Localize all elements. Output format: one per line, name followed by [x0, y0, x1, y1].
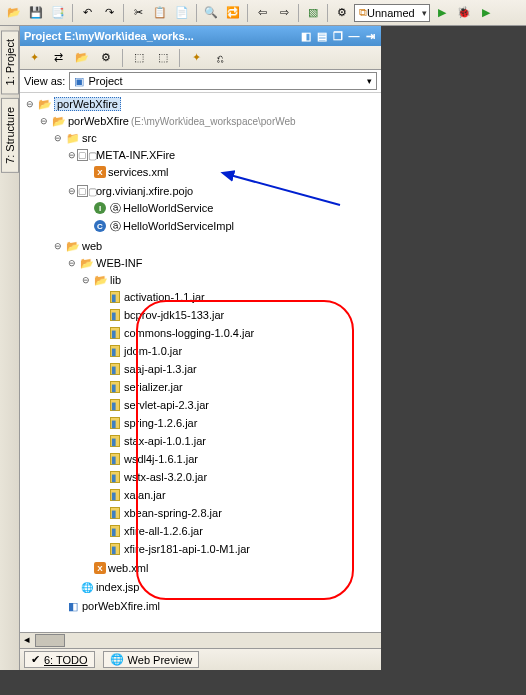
back-icon[interactable]: ⇦: [252, 3, 272, 23]
iml-file-icon: [66, 599, 80, 613]
pt-icon-7[interactable]: ✦: [186, 48, 206, 68]
tree-jar[interactable]: spring-1.2.6.jar: [124, 417, 197, 429]
jar-file-icon: [108, 524, 122, 538]
tree-root[interactable]: porWebXfire: [54, 97, 121, 111]
twisty-icon[interactable]: ⊖: [66, 257, 78, 269]
forward-icon[interactable]: ⇨: [274, 3, 294, 23]
build-icon[interactable]: ▧: [303, 3, 323, 23]
sidebar-tab-project[interactable]: 1: Project: [1, 30, 19, 94]
tree-hint: (E:\myWork\idea_workspace\porWeb: [131, 116, 296, 127]
twisty-icon[interactable]: ⊖: [24, 98, 36, 110]
tree-lib[interactable]: lib: [110, 274, 121, 286]
tree-iface[interactable]: HelloWorldService: [123, 202, 213, 214]
xml-file-icon: [94, 562, 106, 574]
horizontal-scrollbar[interactable]: ◂: [20, 632, 381, 648]
pt-icon-2[interactable]: ⇄: [48, 48, 68, 68]
pt-icon-1[interactable]: ✦: [24, 48, 44, 68]
tree-pkg[interactable]: org.vivianj.xfire.pojo: [96, 185, 193, 197]
tree-jar[interactable]: stax-api-1.0.1.jar: [124, 435, 206, 447]
twisty-icon[interactable]: ⊖: [38, 115, 50, 127]
tree-jar[interactable]: xfire-all-1.2.6.jar: [124, 525, 203, 537]
run-config-label: Unnamed: [367, 7, 415, 19]
jar-file-icon: [108, 488, 122, 502]
twisty-icon[interactable]: ⊖: [52, 240, 64, 252]
tree-webxml[interactable]: web.xml: [108, 562, 148, 574]
jar-file-icon: [108, 398, 122, 412]
interface-icon: [94, 202, 106, 214]
tree-jar[interactable]: jdom-1.0.jar: [124, 345, 182, 357]
tree-iml[interactable]: porWebXfire.iml: [82, 600, 160, 612]
main-toolbar: 📂 💾 📑 ↶ ↷ ✂ 📋 📄 🔍 🔁 ⇦ ⇨ ▧ ⚙ ⧉ Unnamed ▶ …: [0, 0, 526, 26]
tree-metainf[interactable]: META-INF.XFire: [96, 149, 175, 161]
open-icon[interactable]: 📂: [4, 3, 24, 23]
jar-file-icon: [108, 542, 122, 556]
package-icon: ▢: [80, 148, 94, 162]
run2-icon[interactable]: ▶: [476, 3, 496, 23]
twisty-icon[interactable]: ⊖: [52, 132, 64, 144]
module-icon: [38, 97, 52, 111]
tree-jar[interactable]: commons-logging-1.0.4.jar: [124, 327, 254, 339]
debug-icon[interactable]: 🐞: [454, 3, 474, 23]
tree-jar[interactable]: activation-1.1.jar: [124, 291, 205, 303]
tree-jar[interactable]: bcprov-jdk15-133.jar: [124, 309, 224, 321]
header-left-icon[interactable]: ◧: [299, 29, 313, 43]
jar-file-icon: [108, 290, 122, 304]
jar-file-icon: [108, 344, 122, 358]
sidebar-tab-structure[interactable]: 7: Structure: [1, 98, 19, 173]
folder-icon: [52, 114, 66, 128]
tree-jar[interactable]: xalan.jar: [124, 489, 166, 501]
header-dock-icon[interactable]: ⇥: [363, 29, 377, 43]
tree-module[interactable]: porWebXfire: [68, 115, 129, 127]
folder-icon: [80, 256, 94, 270]
jar-file-icon: [108, 326, 122, 340]
pt-icon-6[interactable]: ⬚: [153, 48, 173, 68]
run-icon[interactable]: ▶: [432, 3, 452, 23]
paste-icon[interactable]: 📄: [172, 3, 192, 23]
pt-icon-8[interactable]: ⎌: [210, 48, 230, 68]
tree-jar[interactable]: serializer.jar: [124, 381, 183, 393]
pt-icon-3[interactable]: 📂: [72, 48, 92, 68]
tree-web[interactable]: web: [82, 240, 102, 252]
pt-icon-4[interactable]: ⚙: [96, 48, 116, 68]
tab-web-preview[interactable]: 🌐Web Preview: [103, 651, 200, 668]
jar-file-icon: [108, 452, 122, 466]
header-min-icon[interactable]: —: [347, 29, 361, 43]
header-mid-icon[interactable]: ▤: [315, 29, 329, 43]
project-tree[interactable]: ⊖porWebXfire ⊖porWebXfire (E:\myWork\ide…: [20, 93, 381, 632]
tree-jar[interactable]: wstx-asl-3.2.0.jar: [124, 471, 207, 483]
tree-services-xml[interactable]: services.xml: [108, 166, 169, 178]
tree-jar[interactable]: xbean-spring-2.8.jar: [124, 507, 222, 519]
cut-icon[interactable]: ✂: [128, 3, 148, 23]
find-icon[interactable]: 🔍: [201, 3, 221, 23]
tree-webinf[interactable]: WEB-INF: [96, 257, 142, 269]
jar-file-icon: [108, 416, 122, 430]
src-folder-icon: [66, 131, 80, 145]
jar-file-icon: [108, 434, 122, 448]
tree-jar[interactable]: saaj-api-1.3.jar: [124, 363, 197, 375]
redo-icon[interactable]: ↷: [99, 3, 119, 23]
run-config-dropdown[interactable]: ⧉ Unnamed: [354, 4, 430, 22]
tree-jar[interactable]: wsdl4j-1.6.1.jar: [124, 453, 198, 465]
tree-src[interactable]: src: [82, 132, 97, 144]
pt-icon-5[interactable]: ⬚: [129, 48, 149, 68]
tree-impl[interactable]: HelloWorldServiceImpl: [123, 220, 234, 232]
undo-icon[interactable]: ↶: [77, 3, 97, 23]
saveall-icon[interactable]: 📑: [48, 3, 68, 23]
settings-icon[interactable]: ⚙: [332, 3, 352, 23]
project-toolbar: ✦ ⇄ 📂 ⚙ ⬚ ⬚ ✦ ⎌: [20, 46, 381, 70]
jsp-file-icon: [80, 580, 94, 594]
view-as-dropdown[interactable]: ▣ Project: [69, 72, 377, 90]
tree-jar[interactable]: xfire-jsr181-api-1.0-M1.jar: [124, 543, 250, 555]
save-icon[interactable]: 💾: [26, 3, 46, 23]
view-as-value: Project: [88, 75, 122, 87]
view-as-label: View as:: [24, 75, 65, 87]
project-panel-header: Project E:\myWork\idea_works... ◧ ▤ ❐ — …: [20, 26, 381, 46]
copy-icon[interactable]: 📋: [150, 3, 170, 23]
tree-jar[interactable]: servlet-api-2.3.jar: [124, 399, 209, 411]
tree-indexjsp[interactable]: index.jsp: [96, 581, 139, 593]
tab-todo[interactable]: ✔6: TODO: [24, 651, 95, 668]
header-float-icon[interactable]: ❐: [331, 29, 345, 43]
replace-icon[interactable]: 🔁: [223, 3, 243, 23]
twisty-icon[interactable]: ⊖: [80, 274, 92, 286]
jar-file-icon: [108, 380, 122, 394]
